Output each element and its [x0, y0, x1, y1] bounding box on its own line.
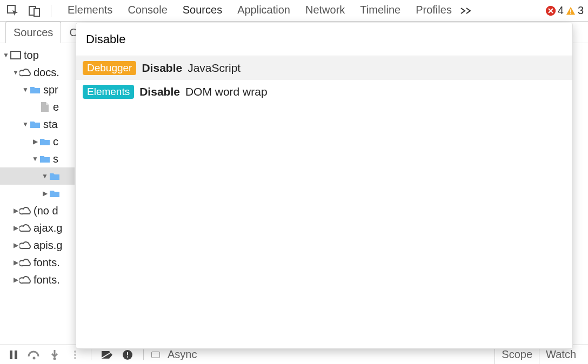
- disclosure-triangle-icon[interactable]: [12, 69, 19, 76]
- disclosure-triangle-icon[interactable]: [22, 120, 29, 128]
- svg-rect-5: [570, 12, 571, 14]
- pause-icon[interactable]: [5, 347, 22, 362]
- tree-item[interactable]: s: [0, 150, 75, 167]
- cloud-icon: [19, 68, 31, 77]
- tree-item-label: fonts.: [34, 274, 60, 286]
- pause-exceptions-icon[interactable]: [119, 347, 136, 362]
- disclosure-triangle-icon[interactable]: [12, 241, 19, 249]
- tab-profiles[interactable]: Profiles: [408, 0, 459, 22]
- tree-item-label: sta: [43, 118, 58, 131]
- command-match-text: Disable: [142, 62, 182, 75]
- main-tabs: Elements Console Sources Application Net…: [60, 0, 535, 22]
- command-category-tag: Elements: [83, 85, 134, 99]
- tree-item[interactable]: (no d: [0, 202, 75, 219]
- cloud-icon: [19, 224, 31, 232]
- tree-item-label: e: [53, 101, 59, 113]
- tree-item-label: spr: [43, 84, 58, 96]
- svg-rect-6: [11, 51, 21, 59]
- warning-icon: [566, 6, 576, 16]
- async-checkbox[interactable]: [151, 352, 160, 358]
- disclosure-triangle-icon[interactable]: [12, 224, 19, 232]
- cloud-icon: [19, 258, 31, 267]
- folder-icon: [29, 120, 41, 129]
- tree-item-label: fonts.: [34, 257, 60, 269]
- status-badges[interactable]: 4 3: [546, 4, 584, 17]
- command-rest-text: JavaScript: [188, 62, 240, 75]
- command-input[interactable]: [76, 23, 572, 56]
- step-into-icon[interactable]: [46, 347, 63, 362]
- tree-item[interactable]: e: [0, 98, 75, 116]
- command-menu: DebuggerDisable JavaScriptElementsDisabl…: [76, 23, 573, 349]
- command-rest-text: DOM word wrap: [185, 85, 268, 98]
- folder-icon: [39, 137, 51, 146]
- tree-item[interactable]: ajax.g: [0, 219, 75, 237]
- file-icon: [39, 102, 51, 112]
- warning-count: 3: [578, 4, 584, 17]
- command-item[interactable]: DebuggerDisable JavaScript: [76, 56, 572, 80]
- tab-console[interactable]: Console: [120, 0, 175, 22]
- device-toggle-icon[interactable]: [27, 3, 42, 18]
- tree-item[interactable]: docs.: [0, 64, 75, 81]
- inspect-icon[interactable]: [5, 3, 21, 18]
- sec-tab-sources[interactable]: Sources: [5, 22, 61, 43]
- disclosure-triangle-icon[interactable]: [31, 138, 39, 145]
- tree-item[interactable]: apis.g: [0, 237, 75, 254]
- tree-item-label: top: [24, 49, 39, 62]
- tab-application[interactable]: Application: [230, 0, 298, 22]
- disclosure-triangle-icon[interactable]: [31, 155, 39, 163]
- separator: [91, 349, 91, 360]
- disclosure-triangle-icon[interactable]: [12, 276, 19, 284]
- tree-item-label: ajax.g: [34, 222, 62, 234]
- tree-item[interactable]: fonts.: [0, 271, 75, 288]
- error-count: 4: [558, 4, 564, 17]
- tab-network[interactable]: Network: [298, 0, 352, 22]
- step-out-icon[interactable]: [67, 347, 83, 362]
- cloud-icon: [19, 241, 31, 250]
- tree-item[interactable]: fonts.: [0, 254, 75, 271]
- command-match-text: Disable: [139, 85, 180, 98]
- svg-point-13: [74, 357, 76, 359]
- deactivate-breakpoints-icon[interactable]: [99, 347, 115, 362]
- svg-point-12: [74, 354, 76, 356]
- tab-sources[interactable]: Sources: [175, 0, 230, 22]
- disclosure-triangle-icon[interactable]: [41, 190, 49, 197]
- disclosure-triangle-icon[interactable]: [2, 51, 10, 59]
- svg-point-9: [33, 356, 36, 359]
- tree-item[interactable]: c: [0, 133, 75, 150]
- tree-item[interactable]: [0, 167, 75, 185]
- svg-rect-2: [34, 9, 39, 16]
- disclosure-triangle-icon[interactable]: [12, 259, 19, 266]
- svg-point-10: [54, 357, 56, 360]
- cloud-icon: [19, 275, 31, 284]
- svg-rect-4: [570, 9, 571, 12]
- tree-item-label: (no d: [34, 205, 58, 217]
- folder-icon: [39, 154, 51, 163]
- file-tree[interactable]: topdocs.sprestacs(no dajax.gapis.gfonts.…: [0, 43, 75, 345]
- tab-elements[interactable]: Elements: [60, 0, 120, 22]
- tab-timeline[interactable]: Timeline: [352, 0, 408, 22]
- tree-item[interactable]: sta: [0, 116, 75, 133]
- folder-icon: [29, 85, 41, 94]
- tree-item-label: s: [53, 153, 58, 165]
- tree-item[interactable]: top: [0, 46, 75, 64]
- folder-icon: [49, 189, 61, 198]
- tree-item[interactable]: [0, 185, 75, 202]
- svg-rect-17: [127, 356, 128, 358]
- command-category-tag: Debugger: [83, 61, 136, 75]
- separator: [51, 5, 51, 17]
- async-label: Async: [168, 348, 197, 361]
- top-toolbar: Elements Console Sources Application Net…: [0, 0, 588, 22]
- svg-point-11: [74, 350, 76, 353]
- disclosure-triangle-icon[interactable]: [41, 172, 49, 180]
- svg-rect-8: [15, 350, 17, 359]
- step-over-icon[interactable]: [26, 347, 42, 362]
- tree-item-label: docs.: [34, 66, 59, 79]
- disclosure-triangle-icon[interactable]: [22, 86, 29, 93]
- svg-rect-7: [10, 350, 12, 359]
- command-item[interactable]: ElementsDisable DOM word wrap: [76, 80, 572, 104]
- disclosure-triangle-icon[interactable]: [12, 207, 19, 214]
- error-icon: [546, 6, 556, 16]
- folder-icon: [49, 172, 61, 180]
- tree-item[interactable]: spr: [0, 81, 75, 98]
- tabs-overflow-icon[interactable]: [459, 0, 472, 22]
